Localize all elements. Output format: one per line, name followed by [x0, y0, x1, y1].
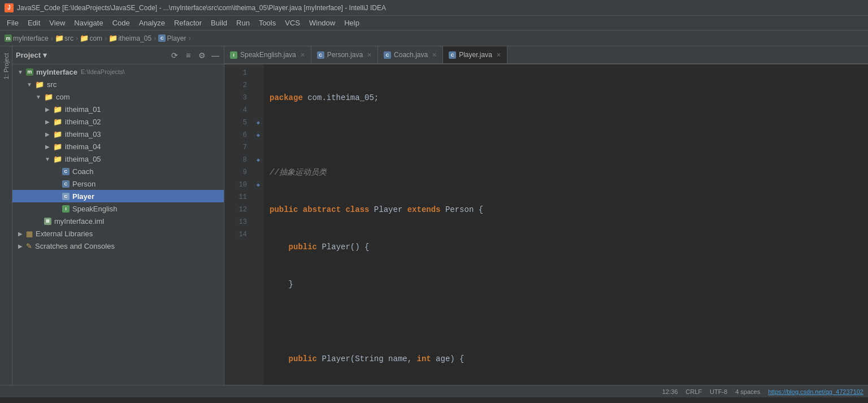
- scratch-icon: ✎: [26, 242, 32, 250]
- class-icon-Player: C: [62, 193, 70, 200]
- line-num-6: 6: [230, 129, 247, 141]
- tree-label-extlib: External Libraries: [36, 229, 93, 238]
- menu-item-vcs[interactable]: VCS: [280, 17, 305, 29]
- line-num-2: 2: [230, 79, 247, 92]
- code-editor[interactable]: 1 2 3 4 5 6 7 8 9 10 11 12 13 14 ◆: [224, 64, 868, 385]
- tree-label-src: src: [47, 80, 57, 89]
- code-line-5: public Player() {: [270, 241, 868, 253]
- line-num-3: 3: [230, 92, 247, 104]
- tab-SpeakEnglish[interactable]: I SpeakEnglish.java ✕: [224, 46, 311, 63]
- tree-item-itheima01[interactable]: ▶ 📁 itheima_01: [12, 103, 224, 115]
- settings-btn[interactable]: ⚙: [197, 50, 207, 60]
- menu-item-code[interactable]: Code: [108, 17, 134, 29]
- tree-arrow-com: ▼: [34, 94, 43, 100]
- sidebar-title: Project ▾: [16, 51, 166, 59]
- folder-icon-itheima04: 📁: [53, 142, 62, 151]
- menu-item-edit[interactable]: Edit: [23, 17, 45, 29]
- code-content[interactable]: package com.itheima_05; //抽象运动员类 public …: [264, 64, 868, 385]
- menu-item-navigate[interactable]: Navigate: [70, 17, 107, 29]
- tree-label-itheima01: itheima_01: [65, 105, 101, 114]
- tree-arrow-itheima01: ▶: [43, 106, 52, 112]
- tree-label-Player: Player: [72, 192, 94, 201]
- tree-label-myInterface: myInterface: [36, 68, 77, 76]
- main-area: 1: Project Project ▾ ⟳ ≡ ⚙ — ▼ m myInter…: [0, 46, 868, 385]
- menu-item-analyze[interactable]: Analyze: [134, 17, 170, 29]
- tree-label-SpeakEnglish: SpeakEnglish: [72, 205, 118, 213]
- gutter-1: [253, 67, 264, 79]
- menu-item-help[interactable]: Help: [340, 17, 364, 29]
- app-icon: J: [5, 3, 14, 12]
- status-right: 12:36 CRLF UTF-8 4 spaces https://blog.c…: [662, 388, 863, 395]
- tree-item-src[interactable]: ▼ 📁 src: [12, 78, 224, 90]
- tree-item-itheima02[interactable]: ▶ 📁 itheima_02: [12, 115, 224, 128]
- menu-item-window[interactable]: Window: [305, 17, 340, 29]
- tab-close-SpeakEnglish[interactable]: ✕: [300, 51, 305, 59]
- gutter-5: ◆: [253, 116, 264, 129]
- encoding[interactable]: UTF-8: [710, 388, 727, 395]
- tree-item-Person[interactable]: C Person: [12, 177, 224, 190]
- tab-icon-Person: C: [317, 51, 324, 59]
- tree-arrow-itheima03: ▶: [43, 131, 52, 137]
- line-num-9: 9: [230, 166, 247, 179]
- tree-item-scratches[interactable]: ▶ ✎ Scratches and Consoles: [12, 240, 224, 252]
- left-panel: 1: Project: [0, 46, 12, 385]
- hide-btn[interactable]: —: [210, 50, 220, 60]
- tree-item-myInterface[interactable]: ▼ m myInterface E:\IdeaProjects\: [12, 66, 224, 78]
- line-num-10: 10: [230, 179, 247, 191]
- tree-item-itheima05[interactable]: ▼ 📁 itheima_05: [12, 153, 224, 165]
- menu-item-run[interactable]: Run: [232, 17, 254, 29]
- menu-item-tools[interactable]: Tools: [254, 17, 280, 29]
- tree-item-SpeakEnglish[interactable]: I SpeakEnglish: [12, 202, 224, 215]
- tree-arrow-itheima04: ▶: [43, 144, 52, 150]
- tree-item-itheima04[interactable]: ▶ 📁 itheima_04: [12, 140, 224, 153]
- tab-Coach[interactable]: C Coach.java ✕: [378, 46, 443, 63]
- breadcrumb-src[interactable]: src: [64, 34, 73, 42]
- folder-icon-src: 📁: [35, 80, 44, 89]
- project-panel-tab[interactable]: 1: Project: [1, 49, 11, 84]
- line-ending[interactable]: CRLF: [685, 388, 702, 395]
- tab-label-Coach: Coach.java: [394, 51, 428, 59]
- tab-icon-SpeakEnglish: I: [230, 51, 237, 59]
- tab-Person[interactable]: C Person.java ✕: [311, 46, 378, 63]
- line-num-13: 13: [230, 216, 247, 228]
- tree-label-com: com: [56, 93, 70, 101]
- gutter-7: [253, 141, 264, 154]
- breadcrumb-folder-icon-itheima05: 📁: [109, 34, 117, 42]
- tab-close-Player[interactable]: ✕: [496, 51, 501, 59]
- tab-close-Person[interactable]: ✕: [367, 51, 372, 59]
- breadcrumb-com[interactable]: com: [89, 34, 102, 42]
- status-link[interactable]: https://blog.csdn.net/qq_47237102: [768, 388, 863, 395]
- folder-icon-itheima03: 📁: [53, 130, 62, 138]
- tab-label-Person: Person.java: [327, 51, 363, 59]
- tab-close-Coach[interactable]: ✕: [432, 51, 437, 59]
- tree-item-myInterfaceiml[interactable]: ▤ myInterface.iml: [12, 215, 224, 227]
- line-num-7: 7: [230, 141, 247, 154]
- breadcrumb-myInterface[interactable]: myInterface: [13, 34, 49, 42]
- menu-item-refactor[interactable]: Refactor: [170, 17, 206, 29]
- tree-label-itheima05: itheima_05: [65, 155, 101, 163]
- breadcrumb-player[interactable]: Player: [167, 34, 186, 42]
- menu-item-file[interactable]: File: [2, 17, 23, 29]
- tree-item-itheima03[interactable]: ▶ 📁 itheima_03: [12, 128, 224, 140]
- tree-label-itheima02: itheima_02: [65, 118, 101, 126]
- tab-Player[interactable]: C Player.java ✕: [443, 46, 507, 64]
- tree-arrow-itheima02: ▶: [43, 119, 52, 125]
- tree-arrow-src: ▼: [25, 81, 34, 88]
- menu-item-view[interactable]: View: [45, 17, 70, 29]
- sync-btn[interactable]: ⟳: [170, 50, 180, 60]
- tree-item-Coach[interactable]: C Coach: [12, 165, 224, 177]
- gutter-3: [253, 92, 264, 104]
- collapse-btn[interactable]: ≡: [183, 50, 193, 60]
- gutter-12: [253, 203, 264, 216]
- tree-label-itheima03: itheima_03: [65, 130, 101, 138]
- folder-icon-itheima01: 📁: [53, 105, 62, 114]
- line-num-5: 5: [230, 116, 247, 129]
- indent[interactable]: 4 spaces: [735, 388, 760, 395]
- module-icon-myInterface: m: [26, 68, 33, 76]
- tree-item-Player[interactable]: C Player: [12, 190, 224, 202]
- editor-area: I SpeakEnglish.java ✕ C Person.java ✕ C …: [224, 46, 868, 385]
- menu-item-build[interactable]: Build: [206, 17, 232, 29]
- breadcrumb-itheima05[interactable]: itheima_05: [118, 34, 151, 42]
- tree-item-external-libraries[interactable]: ▶ ▦ External Libraries: [12, 227, 224, 240]
- tree-item-com[interactable]: ▼ 📁 com: [12, 90, 224, 103]
